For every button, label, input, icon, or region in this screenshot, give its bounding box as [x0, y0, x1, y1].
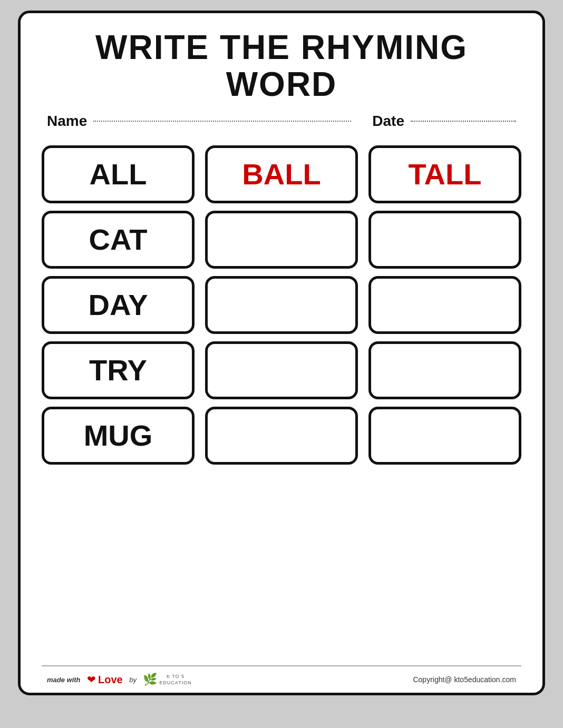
- made-with-text: made with: [47, 676, 81, 684]
- brand-education: EDUCATION: [159, 680, 191, 685]
- word-tall: TALL: [409, 157, 482, 191]
- box-day: DAY: [42, 276, 195, 334]
- box-mug-rhyme-1[interactable]: [205, 407, 358, 465]
- box-cat-rhyme-1[interactable]: [205, 211, 358, 269]
- worksheet: WRITE THE RHYMING WORD Name Date ALL BAL…: [18, 11, 545, 695]
- love-text: Love: [98, 674, 123, 686]
- page-title-line1: WRITE THE RHYMING: [42, 29, 521, 66]
- grid-row-1: ALL BALL TALL: [42, 145, 521, 203]
- word-ball: BALL: [242, 157, 321, 191]
- word-try: TRY: [89, 353, 147, 387]
- name-date-row: Name Date: [42, 113, 521, 130]
- box-day-rhyme-1[interactable]: [205, 276, 358, 334]
- name-group: Name: [47, 113, 351, 130]
- name-dotted-line: [93, 121, 351, 122]
- box-mug: MUG: [42, 407, 195, 465]
- grid-row-3: DAY: [42, 276, 521, 334]
- logo-area: made with ❤ Love by 🌿 K to 5 EDUCATION: [47, 673, 192, 686]
- brand-sub: K to 5: [167, 674, 185, 679]
- date-group: Date: [372, 113, 516, 130]
- date-label: Date: [372, 113, 404, 130]
- footer: made with ❤ Love by 🌿 K to 5 EDUCATION C…: [42, 665, 521, 693]
- box-try-rhyme-1[interactable]: [205, 341, 358, 399]
- leaf-icon: 🌿: [143, 673, 157, 686]
- grid-row-4: TRY: [42, 341, 521, 399]
- box-mug-rhyme-2[interactable]: [368, 407, 521, 465]
- grid-row-2: CAT: [42, 211, 521, 269]
- word-day: DAY: [88, 288, 148, 322]
- page-title-line2: WORD: [42, 66, 521, 103]
- name-label: Name: [47, 113, 87, 130]
- brand-logo: K to 5 EDUCATION: [159, 674, 191, 685]
- box-tall: TALL: [368, 145, 521, 203]
- word-all: ALL: [90, 157, 147, 191]
- heart-icon: ❤: [87, 673, 96, 686]
- word-mug: MUG: [84, 418, 153, 452]
- grid-row-5: MUG: [42, 407, 521, 465]
- box-ball: BALL: [205, 145, 358, 203]
- rhyme-grid: ALL BALL TALL CAT DAY: [42, 145, 521, 655]
- box-cat: CAT: [42, 211, 195, 269]
- word-cat: CAT: [89, 222, 148, 257]
- title-section: WRITE THE RHYMING WORD: [42, 29, 521, 103]
- date-dotted-line: [411, 121, 516, 122]
- by-text: by: [129, 676, 137, 684]
- box-all: ALL: [42, 145, 195, 203]
- copyright-text: Copyright@ kto5education.com: [413, 675, 516, 684]
- box-try-rhyme-2[interactable]: [368, 341, 521, 399]
- box-day-rhyme-2[interactable]: [368, 276, 521, 334]
- box-cat-rhyme-2[interactable]: [368, 211, 521, 269]
- box-try: TRY: [42, 341, 195, 399]
